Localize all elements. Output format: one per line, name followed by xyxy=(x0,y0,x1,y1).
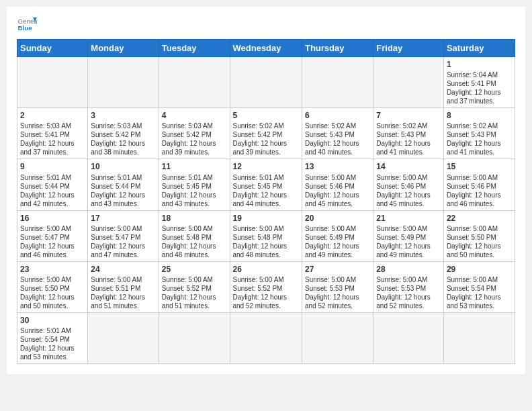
weekday-header-sunday: Sunday xyxy=(17,40,88,57)
calendar-cell: 25Sunrise: 5:00 AM Sunset: 5:52 PM Dayli… xyxy=(159,261,230,312)
day-number: 1 xyxy=(447,59,512,70)
calendar-cell: 22Sunrise: 5:00 AM Sunset: 5:50 PM Dayli… xyxy=(443,210,515,261)
weekday-header-wednesday: Wednesday xyxy=(230,40,302,57)
day-info: Sunrise: 5:01 AM Sunset: 5:45 PM Dayligh… xyxy=(233,173,299,208)
day-number: 25 xyxy=(162,264,227,275)
day-info: Sunrise: 5:00 AM Sunset: 5:47 PM Dayligh… xyxy=(91,224,155,259)
calendar-cell: 18Sunrise: 5:00 AM Sunset: 5:48 PM Dayli… xyxy=(159,210,230,261)
day-number: 10 xyxy=(91,161,155,172)
weekday-header-tuesday: Tuesday xyxy=(159,40,230,57)
day-number: 5 xyxy=(233,110,299,121)
day-info: Sunrise: 5:00 AM Sunset: 5:46 PM Dayligh… xyxy=(376,173,441,208)
calendar-cell: 30Sunrise: 5:01 AM Sunset: 5:54 PM Dayli… xyxy=(17,312,88,363)
calendar-cell xyxy=(159,312,230,363)
day-number: 13 xyxy=(305,161,370,172)
calendar-cell: 26Sunrise: 5:00 AM Sunset: 5:52 PM Dayli… xyxy=(230,261,302,312)
weekday-header-saturday: Saturday xyxy=(443,40,515,57)
header: General Blue xyxy=(17,13,515,34)
calendar-cell xyxy=(17,57,88,108)
day-info: Sunrise: 5:00 AM Sunset: 5:53 PM Dayligh… xyxy=(376,275,441,310)
day-info: Sunrise: 5:01 AM Sunset: 5:54 PM Dayligh… xyxy=(20,326,85,361)
day-info: Sunrise: 5:00 AM Sunset: 5:51 PM Dayligh… xyxy=(91,275,155,310)
svg-text:Blue: Blue xyxy=(18,24,33,32)
day-info: Sunrise: 5:02 AM Sunset: 5:43 PM Dayligh… xyxy=(376,122,441,156)
calendar-week-row: 30Sunrise: 5:01 AM Sunset: 5:54 PM Dayli… xyxy=(17,312,515,363)
day-info: Sunrise: 5:03 AM Sunset: 5:42 PM Dayligh… xyxy=(91,122,155,156)
day-info: Sunrise: 5:00 AM Sunset: 5:53 PM Dayligh… xyxy=(305,275,370,310)
calendar-cell xyxy=(373,57,444,108)
day-info: Sunrise: 5:04 AM Sunset: 5:41 PM Dayligh… xyxy=(447,71,512,105)
day-number: 19 xyxy=(233,213,299,224)
calendar-cell xyxy=(88,57,159,108)
day-number: 12 xyxy=(233,161,299,172)
calendar-cell: 13Sunrise: 5:00 AM Sunset: 5:46 PM Dayli… xyxy=(302,159,373,210)
calendar-week-row: 1Sunrise: 5:04 AM Sunset: 5:41 PM Daylig… xyxy=(17,57,515,108)
day-number: 2 xyxy=(20,110,85,121)
day-info: Sunrise: 5:00 AM Sunset: 5:49 PM Dayligh… xyxy=(305,224,370,259)
day-number: 14 xyxy=(376,161,441,172)
calendar-cell: 1Sunrise: 5:04 AM Sunset: 5:41 PM Daylig… xyxy=(443,57,515,108)
day-info: Sunrise: 5:00 AM Sunset: 5:50 PM Dayligh… xyxy=(447,224,512,259)
day-number: 17 xyxy=(91,213,155,224)
day-number: 15 xyxy=(447,161,512,172)
calendar-cell xyxy=(443,312,515,363)
calendar-cell xyxy=(230,57,302,108)
calendar-cell: 4Sunrise: 5:03 AM Sunset: 5:42 PM Daylig… xyxy=(159,108,230,159)
calendar-cell: 10Sunrise: 5:01 AM Sunset: 5:44 PM Dayli… xyxy=(88,159,159,210)
calendar-cell: 7Sunrise: 5:02 AM Sunset: 5:43 PM Daylig… xyxy=(373,108,444,159)
day-number: 27 xyxy=(305,264,370,275)
calendar-cell: 12Sunrise: 5:01 AM Sunset: 5:45 PM Dayli… xyxy=(230,159,302,210)
day-number: 23 xyxy=(20,264,85,275)
logo-icon: General Blue xyxy=(17,13,37,34)
calendar-week-row: 9Sunrise: 5:01 AM Sunset: 5:44 PM Daylig… xyxy=(17,159,515,210)
calendar-cell: 11Sunrise: 5:01 AM Sunset: 5:45 PM Dayli… xyxy=(159,159,230,210)
calendar-cell: 5Sunrise: 5:02 AM Sunset: 5:42 PM Daylig… xyxy=(230,108,302,159)
calendar-cell: 8Sunrise: 5:02 AM Sunset: 5:43 PM Daylig… xyxy=(443,108,515,159)
day-number: 21 xyxy=(376,213,441,224)
day-number: 3 xyxy=(91,110,155,121)
day-number: 18 xyxy=(162,213,227,224)
calendar-page: General Blue SundayMondayTuesdayWednesda… xyxy=(7,7,525,374)
day-number: 26 xyxy=(233,264,299,275)
day-number: 24 xyxy=(91,264,155,275)
calendar-cell: 15Sunrise: 5:00 AM Sunset: 5:46 PM Dayli… xyxy=(443,159,515,210)
day-number: 16 xyxy=(20,213,85,224)
day-info: Sunrise: 5:00 AM Sunset: 5:50 PM Dayligh… xyxy=(20,275,85,310)
calendar-cell xyxy=(373,312,444,363)
calendar-week-row: 2Sunrise: 5:03 AM Sunset: 5:41 PM Daylig… xyxy=(17,108,515,159)
calendar-cell: 14Sunrise: 5:00 AM Sunset: 5:46 PM Dayli… xyxy=(373,159,444,210)
calendar-cell: 6Sunrise: 5:02 AM Sunset: 5:43 PM Daylig… xyxy=(302,108,373,159)
day-info: Sunrise: 5:01 AM Sunset: 5:45 PM Dayligh… xyxy=(162,173,227,208)
day-info: Sunrise: 5:00 AM Sunset: 5:54 PM Dayligh… xyxy=(447,275,512,310)
calendar-cell xyxy=(88,312,159,363)
calendar-cell xyxy=(230,312,302,363)
calendar-cell: 21Sunrise: 5:00 AM Sunset: 5:49 PM Dayli… xyxy=(373,210,444,261)
calendar-cell xyxy=(302,57,373,108)
day-info: Sunrise: 5:00 AM Sunset: 5:46 PM Dayligh… xyxy=(305,173,370,208)
day-number: 28 xyxy=(376,264,441,275)
day-number: 4 xyxy=(162,110,227,121)
calendar-cell: 27Sunrise: 5:00 AM Sunset: 5:53 PM Dayli… xyxy=(302,261,373,312)
calendar-cell: 29Sunrise: 5:00 AM Sunset: 5:54 PM Dayli… xyxy=(443,261,515,312)
weekday-header-row: SundayMondayTuesdayWednesdayThursdayFrid… xyxy=(17,40,515,57)
day-info: Sunrise: 5:03 AM Sunset: 5:41 PM Dayligh… xyxy=(20,122,85,156)
day-number: 8 xyxy=(447,110,512,121)
calendar-cell: 17Sunrise: 5:00 AM Sunset: 5:47 PM Dayli… xyxy=(88,210,159,261)
day-info: Sunrise: 5:01 AM Sunset: 5:44 PM Dayligh… xyxy=(91,173,155,208)
calendar-week-row: 23Sunrise: 5:00 AM Sunset: 5:50 PM Dayli… xyxy=(17,261,515,312)
weekday-header-friday: Friday xyxy=(373,40,444,57)
day-info: Sunrise: 5:03 AM Sunset: 5:42 PM Dayligh… xyxy=(162,122,227,156)
day-number: 29 xyxy=(447,264,512,275)
day-number: 30 xyxy=(20,315,85,326)
day-info: Sunrise: 5:00 AM Sunset: 5:52 PM Dayligh… xyxy=(162,275,227,310)
calendar-cell xyxy=(302,312,373,363)
calendar-cell: 24Sunrise: 5:00 AM Sunset: 5:51 PM Dayli… xyxy=(88,261,159,312)
calendar-table: SundayMondayTuesdayWednesdayThursdayFrid… xyxy=(17,39,515,364)
calendar-cell: 19Sunrise: 5:00 AM Sunset: 5:48 PM Dayli… xyxy=(230,210,302,261)
calendar-cell: 2Sunrise: 5:03 AM Sunset: 5:41 PM Daylig… xyxy=(17,108,88,159)
day-info: Sunrise: 5:02 AM Sunset: 5:42 PM Dayligh… xyxy=(233,122,299,156)
calendar-cell: 3Sunrise: 5:03 AM Sunset: 5:42 PM Daylig… xyxy=(88,108,159,159)
day-info: Sunrise: 5:02 AM Sunset: 5:43 PM Dayligh… xyxy=(305,122,370,156)
day-info: Sunrise: 5:00 AM Sunset: 5:48 PM Dayligh… xyxy=(162,224,227,259)
day-number: 7 xyxy=(376,110,441,121)
